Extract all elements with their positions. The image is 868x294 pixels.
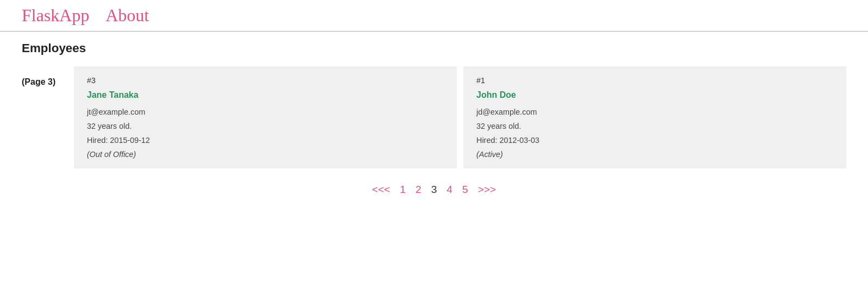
page-label: (Page 3) — [22, 66, 65, 87]
card-email-0: jt@example.com — [87, 108, 444, 116]
pagination-page-4[interactable]: 4 — [446, 184, 452, 196]
pagination: <<< 1 2 3 4 5 >>> — [22, 184, 846, 196]
card-number-0: #3 — [87, 76, 444, 85]
pagination-page-2[interactable]: 2 — [416, 184, 422, 196]
employee-card-1: #1 John Doe jd@example.com 32 years old.… — [463, 66, 846, 168]
pagination-page-5[interactable]: 5 — [462, 184, 468, 196]
pagination-last[interactable]: >>> — [478, 184, 496, 196]
card-age-0: 32 years old. — [87, 122, 444, 130]
pagination-page-1[interactable]: 1 — [400, 184, 406, 196]
cards-container: #3 Jane Tanaka jt@example.com 32 years o… — [74, 66, 846, 168]
nav-brand[interactable]: FlaskApp — [22, 5, 89, 26]
pagination-current: 3 — [431, 184, 437, 196]
card-number-1: #1 — [476, 76, 833, 85]
card-email-1: jd@example.com — [476, 108, 833, 116]
card-status-0: (Out of Office) — [87, 150, 444, 159]
card-age-1: 32 years old. — [476, 122, 833, 130]
card-name-1: John Doe — [476, 90, 833, 100]
navbar: FlaskApp About — [0, 0, 868, 32]
nav-about-link[interactable]: About — [105, 5, 149, 26]
page-title: Employees — [22, 41, 846, 55]
card-hired-1: Hired: 2012-03-03 — [476, 136, 833, 145]
card-status-1: (Active) — [476, 150, 833, 159]
pagination-first[interactable]: <<< — [372, 184, 391, 196]
card-hired-0: Hired: 2015-09-12 — [87, 136, 444, 145]
employee-card-0: #3 Jane Tanaka jt@example.com 32 years o… — [74, 66, 457, 168]
employees-section: (Page 3) #3 Jane Tanaka jt@example.com 3… — [22, 66, 846, 168]
card-name-0: Jane Tanaka — [87, 90, 444, 100]
main-content: Employees (Page 3) #3 Jane Tanaka jt@exa… — [0, 32, 868, 205]
